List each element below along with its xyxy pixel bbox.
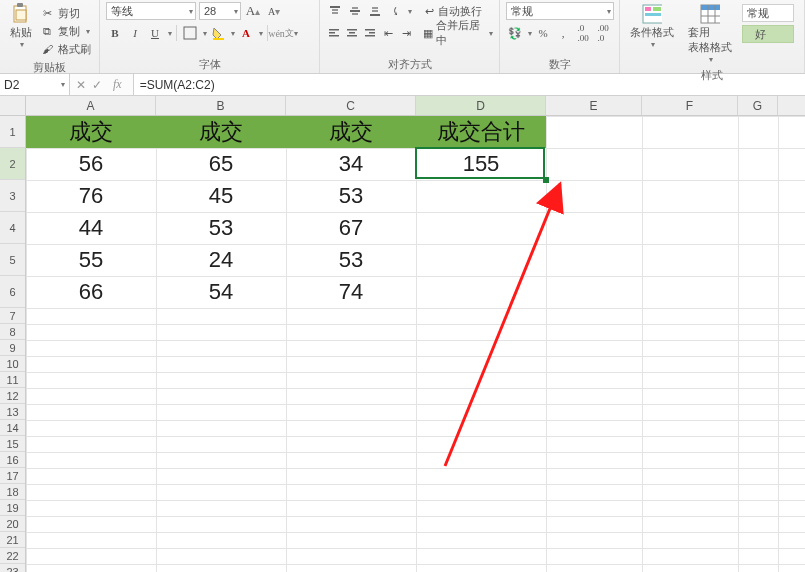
cell-C1[interactable]: 成交 (286, 116, 416, 148)
row-header-16[interactable]: 16 (0, 452, 25, 468)
column-header-C[interactable]: C (286, 96, 416, 115)
row-header-22[interactable]: 22 (0, 548, 25, 564)
cell-C2[interactable]: 34 (286, 148, 416, 180)
row-header-11[interactable]: 11 (0, 372, 25, 388)
row-header-4[interactable]: 4 (0, 212, 25, 244)
row-header-10[interactable]: 10 (0, 356, 25, 372)
cell-A1[interactable]: 成交 (26, 116, 156, 148)
style-normal[interactable]: 常规 (742, 4, 794, 22)
column-header-A[interactable]: A (26, 96, 156, 115)
format-painter-button[interactable]: 🖌 格式刷 (40, 40, 91, 58)
merge-center-button[interactable]: 合并后居中 (436, 18, 485, 48)
copy-button[interactable]: ⧉ 复制 ▾ (40, 22, 91, 40)
column-header-G[interactable]: G (738, 96, 778, 115)
increase-indent-button[interactable]: ⇥ (398, 24, 414, 42)
row-header-18[interactable]: 18 (0, 484, 25, 500)
align-left-button[interactable] (326, 24, 342, 42)
align-bottom-button[interactable] (366, 2, 384, 20)
svg-rect-22 (365, 35, 375, 37)
font-size-combo[interactable]: 28▾ (199, 2, 241, 20)
cell-B2[interactable]: 65 (156, 148, 286, 180)
row-header-20[interactable]: 20 (0, 516, 25, 532)
row-header-1[interactable]: 1 (0, 116, 25, 148)
underline-button[interactable]: U (146, 24, 164, 42)
cell-C4[interactable]: 67 (286, 212, 416, 244)
decrease-indent-button[interactable]: ⇤ (380, 24, 396, 42)
row-header-14[interactable]: 14 (0, 420, 25, 436)
svg-rect-9 (350, 10, 360, 12)
accept-formula-button[interactable]: ✓ (92, 78, 102, 92)
font-color-button[interactable]: A (237, 24, 255, 42)
cell-C3[interactable]: 53 (286, 180, 416, 212)
percent-button[interactable]: % (534, 24, 552, 42)
row-header-15[interactable]: 15 (0, 436, 25, 452)
column-header-B[interactable]: B (156, 96, 286, 115)
alignment-group-title: 对齐方式 (326, 55, 493, 73)
border-button[interactable] (181, 24, 199, 42)
fill-handle[interactable] (543, 177, 549, 183)
cell-grid[interactable]: 成交成交成交成交合计566534155764553445367552453665… (26, 116, 805, 572)
column-header-D[interactable]: D (416, 96, 546, 115)
select-all-corner[interactable] (0, 96, 26, 116)
font-family-value: 等线 (111, 4, 133, 19)
currency-button[interactable]: 💱 (506, 24, 524, 42)
align-middle-button[interactable] (346, 2, 364, 20)
cell-B1[interactable]: 成交 (156, 116, 286, 148)
font-family-combo[interactable]: 等线▾ (106, 2, 196, 20)
cancel-formula-button[interactable]: ✕ (76, 78, 86, 92)
align-top-button[interactable] (326, 2, 344, 20)
number-group: 常规▾ 💱▾ % , .0.00 .00.0 数字 (500, 0, 620, 73)
row-header-7[interactable]: 7 (0, 308, 25, 324)
cell-C6[interactable]: 74 (286, 276, 416, 308)
row-header-8[interactable]: 8 (0, 324, 25, 340)
increase-decimal-button[interactable]: .0.00 (574, 24, 592, 42)
scissors-icon: ✂ (40, 6, 54, 20)
column-header-F[interactable]: F (642, 96, 738, 115)
decrease-decimal-button[interactable]: .00.0 (594, 24, 612, 42)
cell-A6[interactable]: 66 (26, 276, 156, 308)
table-format-button[interactable]: 套用 表格格式▾ (684, 2, 736, 66)
cell-A5[interactable]: 55 (26, 244, 156, 276)
cell-B5[interactable]: 24 (156, 244, 286, 276)
paste-button[interactable]: 粘贴 ▾ (6, 2, 36, 51)
row-header-5[interactable]: 5 (0, 244, 25, 276)
cell-C5[interactable]: 53 (286, 244, 416, 276)
name-box[interactable]: D2 ▾ (0, 74, 70, 95)
row-header-13[interactable]: 13 (0, 404, 25, 420)
cell-B3[interactable]: 45 (156, 180, 286, 212)
row-header-17[interactable]: 17 (0, 468, 25, 484)
conditional-format-button[interactable]: 条件格式▾ (626, 2, 678, 51)
cell-A3[interactable]: 76 (26, 180, 156, 212)
comma-button[interactable]: , (554, 24, 572, 42)
align-center-button[interactable] (344, 24, 360, 42)
cell-B4[interactable]: 53 (156, 212, 286, 244)
cell-D1[interactable]: 成交合计 (416, 116, 546, 148)
italic-button[interactable]: I (126, 24, 144, 42)
orientation-button[interactable]: ⤹ (386, 2, 404, 20)
fill-color-button[interactable] (209, 24, 227, 42)
svg-rect-10 (352, 13, 358, 15)
row-header-6[interactable]: 6 (0, 276, 25, 308)
cell-B6[interactable]: 54 (156, 276, 286, 308)
cut-button[interactable]: ✂ 剪切 (40, 4, 91, 22)
number-format-combo[interactable]: 常规▾ (506, 2, 614, 20)
row-header-12[interactable]: 12 (0, 388, 25, 404)
fx-icon[interactable]: fx (108, 77, 127, 92)
column-header-E[interactable]: E (546, 96, 642, 115)
cell-A4[interactable]: 44 (26, 212, 156, 244)
bold-button[interactable]: B (106, 24, 124, 42)
row-header-9[interactable]: 9 (0, 340, 25, 356)
row-header-2[interactable]: 2 (0, 148, 25, 180)
decrease-font-button[interactable]: A▾ (265, 2, 283, 20)
style-good[interactable]: 好 (742, 25, 794, 43)
wrap-text-button[interactable]: 自动换行 (438, 4, 482, 19)
cell-A2[interactable]: 56 (26, 148, 156, 180)
row-header-3[interactable]: 3 (0, 180, 25, 212)
phonetic-button[interactable]: wén文 (272, 24, 290, 42)
row-header-21[interactable]: 21 (0, 532, 25, 548)
increase-font-button[interactable]: A▴ (244, 2, 262, 20)
ribbon: 粘贴 ▾ ✂ 剪切 ⧉ 复制 ▾ 🖌 格式刷 剪贴板 (0, 0, 805, 74)
row-header-23[interactable]: 23 (0, 564, 25, 572)
row-header-19[interactable]: 19 (0, 500, 25, 516)
align-right-button[interactable] (362, 24, 378, 42)
